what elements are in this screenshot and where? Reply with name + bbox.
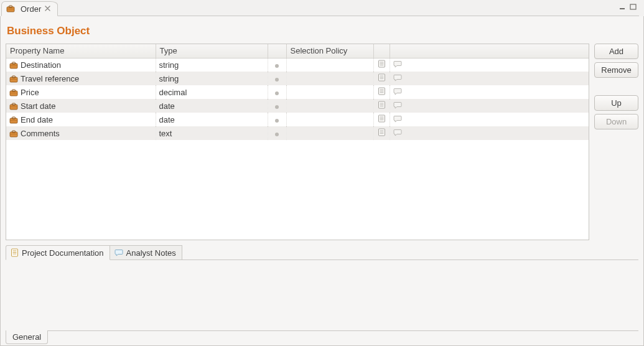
svg-rect-7 (10, 65, 17, 66)
down-button: Down (594, 114, 638, 129)
document-icon[interactable] (378, 101, 386, 109)
document-icon[interactable] (378, 87, 386, 95)
speech-bubble-icon[interactable] (393, 88, 402, 95)
col-blank-3[interactable] (390, 44, 589, 58)
speech-bubble-icon (114, 249, 123, 256)
svg-rect-13 (12, 76, 16, 78)
property-name-cell: Price (21, 88, 39, 97)
property-name-cell: Travel reference (21, 74, 79, 83)
speech-bubble-icon[interactable] (393, 129, 402, 136)
table-row[interactable]: Pricedecimal (6, 85, 589, 99)
editor-body: Business Object Property Name Type Selec… (0, 16, 644, 346)
svg-rect-42 (10, 134, 17, 134)
editor-tab-bar: Order (0, 0, 644, 16)
table-row[interactable]: Start datedate (6, 99, 589, 113)
briefcase-icon (9, 103, 18, 110)
tab-general[interactable]: General (6, 330, 48, 344)
status-dot (268, 72, 286, 85)
type-cell: string (156, 72, 268, 85)
add-button[interactable]: Add (594, 44, 638, 59)
svg-rect-34 (12, 117, 16, 119)
bottom-tab-bar: General (6, 330, 638, 345)
minimize-icon[interactable] (618, 3, 627, 11)
svg-rect-4 (630, 4, 636, 9)
col-type[interactable]: Type (156, 44, 268, 58)
briefcase-icon (9, 116, 18, 124)
briefcase-icon (6, 5, 15, 12)
type-cell: date (156, 99, 268, 113)
editor-tab-order[interactable]: Order (1, 1, 58, 16)
property-table[interactable]: Property Name Type Selection Policy Dest… (6, 44, 589, 240)
selection-policy-cell (286, 99, 373, 113)
status-dot (268, 126, 286, 140)
svg-rect-3 (620, 8, 625, 9)
tab-label: Analyst Notes (126, 248, 176, 258)
briefcase-icon (9, 89, 18, 96)
document-icon[interactable] (378, 128, 386, 136)
col-selection-policy[interactable]: Selection Policy (286, 44, 373, 58)
tab-label: Project Documentation (22, 248, 104, 258)
document-icon (11, 248, 19, 257)
svg-rect-2 (7, 9, 14, 9)
svg-rect-35 (10, 120, 17, 121)
property-name-cell: Comments (21, 129, 60, 138)
table-row[interactable]: End datedate (6, 113, 589, 126)
tab-project-documentation[interactable]: Project Documentation (6, 245, 110, 260)
svg-rect-6 (12, 62, 16, 64)
selection-policy-cell (286, 58, 373, 72)
selection-policy-cell (286, 113, 373, 126)
speech-bubble-icon[interactable] (393, 60, 402, 68)
table-row[interactable]: Travel referencestring (6, 72, 589, 85)
speech-bubble-icon[interactable] (393, 101, 402, 109)
speech-bubble-icon[interactable] (393, 115, 402, 123)
type-cell: string (156, 58, 268, 72)
type-cell: date (156, 113, 268, 126)
status-dot (268, 113, 286, 126)
col-blank-2[interactable] (373, 44, 390, 58)
document-icon[interactable] (378, 60, 386, 68)
status-dot (268, 58, 286, 72)
table-row[interactable]: Commentstext (6, 126, 589, 140)
svg-rect-20 (12, 90, 16, 91)
table-header-row: Property Name Type Selection Policy (6, 44, 589, 58)
col-blank-1[interactable] (268, 44, 286, 58)
type-cell: decimal (156, 85, 268, 99)
status-dot (268, 99, 286, 113)
selection-policy-cell (286, 126, 373, 140)
selection-policy-cell (286, 72, 373, 85)
documentation-body[interactable] (6, 260, 638, 330)
svg-rect-27 (12, 103, 16, 105)
selection-policy-cell (286, 85, 373, 99)
close-icon[interactable] (44, 4, 51, 14)
briefcase-icon (9, 62, 18, 69)
speech-bubble-icon[interactable] (393, 74, 402, 82)
property-name-cell: Start date (21, 101, 55, 111)
svg-rect-1 (9, 6, 12, 7)
table-row[interactable]: Destinationstring (6, 58, 589, 72)
remove-button[interactable]: Remove (594, 62, 638, 78)
svg-rect-28 (10, 106, 17, 107)
tab-analyst-notes[interactable]: Analyst Notes (110, 245, 182, 260)
property-name-cell: End date (21, 115, 53, 124)
button-column: Add Remove Up Down (594, 44, 638, 240)
editor-tab-label: Order (21, 4, 41, 14)
window-controls (618, 0, 639, 16)
briefcase-icon (9, 130, 18, 138)
svg-rect-21 (10, 93, 17, 93)
page-title: Business Object (6, 21, 638, 44)
up-button[interactable]: Up (594, 95, 638, 111)
document-icon[interactable] (378, 73, 386, 82)
documentation-tabs: Project Documentation Analyst Notes (6, 244, 638, 260)
type-cell: text (156, 126, 268, 140)
svg-rect-14 (10, 79, 17, 80)
svg-rect-41 (12, 131, 16, 133)
col-property-name[interactable]: Property Name (6, 44, 156, 58)
briefcase-icon (9, 75, 18, 83)
status-dot (268, 85, 286, 99)
document-icon[interactable] (378, 115, 386, 123)
property-name-cell: Destination (21, 60, 61, 70)
maximize-icon[interactable] (629, 3, 638, 11)
